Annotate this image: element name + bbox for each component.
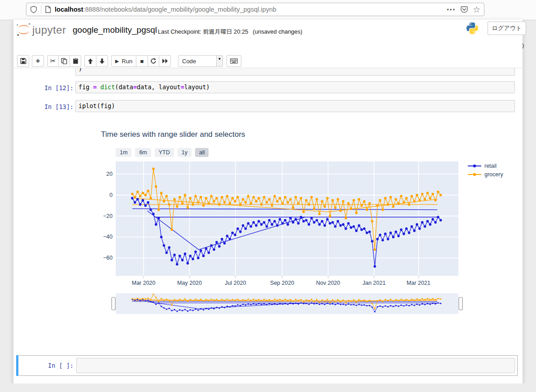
page-actions-icon[interactable]: ••• (447, 6, 456, 13)
legend-sample-icon (467, 172, 482, 177)
main-plot-svg[interactable]: 200−20−40−60Mar 2020May 2020Jul 2020Sep … (101, 159, 462, 289)
play-icon: ▶ (115, 58, 119, 64)
notebook-title[interactable]: google_mobility_pgsql (73, 25, 157, 35)
menubar-background (13, 38, 523, 53)
page-background (0, 383, 536, 392)
jupyter-logo-icon[interactable] (16, 22, 31, 39)
code-token: = (133, 83, 137, 91)
restart-run-all-button[interactable] (159, 55, 171, 67)
code-token: = (181, 83, 184, 91)
legend-item-grocery[interactable]: grocery (467, 171, 503, 178)
move-cell-down-button[interactable] (96, 55, 108, 67)
x-tick-label: Sep 2020 (270, 280, 294, 286)
code-token: fig (78, 83, 93, 91)
plotly-main-plot[interactable]: 200−20−40−60Mar 2020May 2020Jul 2020Sep … (101, 159, 462, 291)
y-tick-label: −60 (103, 255, 113, 261)
url-path: :8888/notebooks/data/google_mobility/goo… (83, 6, 276, 13)
bookmark-star-icon[interactable]: ☆ (473, 4, 480, 15)
jupyter-logo-text[interactable]: jupyter (32, 24, 66, 36)
restart-kernel-button[interactable] (148, 55, 159, 67)
selected-cell-indicator (16, 355, 18, 376)
range-button-6m[interactable]: 6m (135, 148, 151, 157)
plotly-range-slider[interactable] (110, 292, 464, 317)
y-tick-label: −20 (103, 213, 113, 219)
x-tick-label: May 2020 (177, 280, 202, 286)
cell-prompt-13: In [13]: (27, 103, 74, 110)
paste-button[interactable] (70, 55, 81, 67)
copy-button[interactable] (58, 55, 70, 67)
code-token: layout) (184, 83, 210, 91)
legend-sample-icon (467, 164, 482, 168)
cell-type-select[interactable]: Code ▼ (178, 55, 223, 67)
url-host: localhost (55, 6, 83, 13)
x-tick-label: Nov 2020 (316, 280, 340, 286)
add-cell-button[interactable]: + (32, 55, 44, 67)
code-cell-input-empty[interactable] (76, 358, 515, 373)
range-button-YTD[interactable]: YTD (155, 148, 174, 157)
range-slider-left-handle[interactable] (112, 297, 115, 310)
y-tick-label: −40 (103, 234, 113, 240)
x-tick-label: Jul 2020 (225, 280, 246, 286)
cell-prompt-empty: In [ ]: (27, 362, 74, 369)
code-token: (data (115, 83, 133, 91)
x-tick-label: Jan 2021 (362, 280, 385, 286)
python-logo-icon (466, 22, 479, 37)
y-tick-label: 20 (106, 171, 113, 177)
move-cell-up-button[interactable] (84, 55, 96, 67)
range-slider-svg[interactable] (110, 292, 464, 315)
url-bar[interactable]: localhost:8888/notebooks/data/google_mob… (26, 3, 484, 16)
y-tick-label: 0 (109, 192, 113, 198)
range-button-all[interactable]: all (195, 148, 209, 157)
logout-button[interactable]: ログアウト (488, 22, 526, 35)
range-selector: 1m6mYTD1yall (116, 148, 209, 157)
range-button-1m[interactable]: 1m (116, 148, 131, 157)
run-cell-button[interactable]: ▶Run (111, 55, 136, 67)
pocket-icon[interactable] (460, 5, 468, 13)
page-icon[interactable] (45, 6, 51, 13)
code-token (97, 83, 100, 91)
cut-button[interactable]: ✂ (47, 55, 59, 67)
code-token: data, layout (137, 83, 181, 91)
code-token: dict (100, 83, 115, 91)
unsaved-changes: (unsaved changes) (253, 28, 303, 35)
cell-prompt-12: In [12]: (27, 84, 74, 91)
code-cell-input-12[interactable]: fig = dict(data=data, layout=layout) (75, 81, 515, 93)
legend-label: retail (484, 163, 497, 169)
divider (41, 5, 41, 14)
toolbar: + ✂ ▶Run ■ Code ▼ (13, 53, 523, 68)
code-token: = (93, 83, 97, 91)
address-text[interactable]: localhost:8888/notebooks/data/google_mob… (55, 6, 442, 13)
interrupt-kernel-button[interactable]: ■ (136, 55, 148, 67)
browser-chrome: localhost:8888/notebooks/data/google_mob… (0, 0, 536, 20)
command-palette-button[interactable] (227, 55, 241, 67)
x-tick-label: Mar 2021 (407, 280, 431, 286)
select-arrow-icon: ▼ (216, 56, 222, 66)
tracking-protection-icon[interactable] (30, 6, 37, 13)
code-cell-input-13[interactable]: iplot(fig) (75, 100, 515, 112)
chart-title: Time series with range slider and select… (101, 130, 245, 139)
save-button[interactable] (17, 55, 29, 67)
legend-label: grocery (484, 171, 503, 178)
range-button-1y[interactable]: 1y (178, 148, 192, 157)
x-tick-label: Mar 2020 (132, 280, 156, 286)
range-slider-right-handle[interactable] (459, 297, 462, 310)
legend-item-retail[interactable]: retail (467, 163, 503, 169)
checkpoint-status: Last Checkpoint: 前週月曜日 20:25(unsaved cha… (158, 28, 302, 36)
chart-legend: retailgrocery (467, 163, 503, 178)
